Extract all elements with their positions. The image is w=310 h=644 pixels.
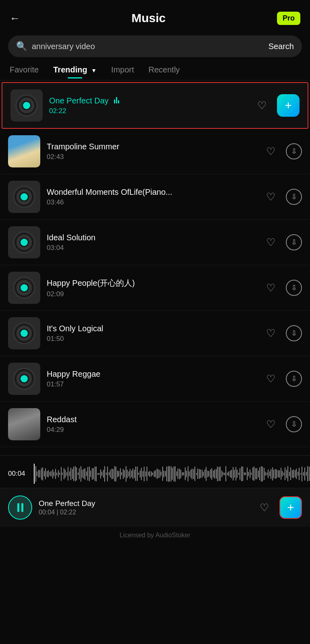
wf-bar [264, 468, 265, 480]
search-input[interactable]: anniversary video [32, 42, 269, 51]
equalizer-icon [114, 96, 119, 103]
wf-bar [162, 466, 163, 481]
track-thumbnail [8, 363, 40, 395]
waveform-container[interactable] [34, 464, 310, 484]
track-item[interactable]: Happy Reggae 01:57 ♡ ⇩ [0, 356, 310, 402]
wf-bar [245, 473, 246, 475]
wf-bar [76, 467, 77, 481]
tab-trending[interactable]: Trending ▼ [53, 65, 97, 78]
track-item[interactable]: Trampoline Summer 02:43 ♡ ⇩ [0, 129, 310, 174]
wf-bar [42, 467, 43, 481]
now-playing-favorite-button[interactable]: ♡ [255, 499, 273, 516]
track-info: Happy People(开心的人) 02:09 [47, 278, 255, 298]
waveform-cursor [34, 464, 35, 484]
download-button[interactable]: ⇩ [286, 234, 302, 250]
download-button[interactable]: ⇩ [286, 325, 302, 341]
vinyl-thumb [10, 89, 43, 122]
pro-badge[interactable]: Pro [277, 12, 300, 25]
wf-bar [202, 470, 203, 478]
tab-favorite[interactable]: Favorite [10, 65, 39, 78]
wf-bar [252, 467, 253, 480]
wf-bar [241, 466, 242, 481]
wf-bar [104, 466, 105, 482]
wf-bar [194, 466, 195, 481]
wf-bar [114, 466, 115, 481]
tab-import[interactable]: Import [111, 65, 134, 78]
wf-bar [296, 469, 297, 479]
wf-bar [148, 472, 149, 476]
wf-bar [216, 469, 217, 479]
wf-bar [290, 467, 291, 480]
wf-bar [81, 466, 81, 482]
search-button[interactable]: Search [269, 42, 294, 51]
favorite-button[interactable]: ♡ [262, 188, 279, 206]
now-playing-actions: ♡ + [255, 496, 302, 519]
wf-bar [302, 466, 302, 481]
favorite-button[interactable]: ♡ [262, 279, 279, 297]
wf-bar [58, 470, 59, 477]
track-item[interactable]: Ideal Solution 03:04 ♡ ⇩ [0, 220, 310, 265]
download-button[interactable]: ⇩ [286, 189, 302, 205]
wf-bar [89, 466, 90, 481]
timeline-section: 00:04 [0, 455, 310, 488]
wf-bar [149, 471, 150, 477]
track-item[interactable]: One Perfect Day 02:22 ♡ + [2, 82, 308, 129]
wf-bar [200, 469, 201, 478]
download-button[interactable]: ⇩ [286, 280, 302, 296]
wf-bar [306, 472, 307, 476]
wf-bar [183, 472, 184, 475]
wf-bar [221, 471, 222, 477]
wf-bar [79, 468, 80, 479]
wf-bar [240, 468, 240, 480]
wf-bar [154, 471, 155, 477]
wf-bar [234, 470, 235, 478]
favorite-button[interactable]: ♡ [262, 233, 279, 251]
wf-bar [275, 469, 276, 479]
wf-bar [258, 471, 259, 477]
download-button[interactable]: ⇩ [286, 143, 302, 159]
wf-bar [176, 471, 177, 476]
wf-bar [161, 472, 161, 476]
download-button[interactable]: ⇩ [286, 416, 302, 432]
wf-bar [93, 468, 94, 479]
timeline-row[interactable]: 00:04 [0, 464, 310, 484]
track-name: Ideal Solution [47, 233, 255, 242]
wf-bar [188, 466, 188, 481]
wf-bar [48, 470, 49, 477]
play-pause-button[interactable] [8, 495, 32, 520]
back-button[interactable]: ← [10, 12, 20, 25]
wf-bar [271, 469, 271, 479]
wf-bar [309, 466, 310, 481]
favorite-button[interactable]: ♡ [262, 142, 279, 160]
wf-bar [41, 468, 42, 480]
track-item[interactable]: Happy People(开心的人) 02:09 ♡ ⇩ [0, 265, 310, 311]
tab-recently[interactable]: Recently [149, 65, 180, 78]
wf-bar [219, 467, 219, 481]
track-item[interactable]: Reddast 04:29 ♡ ⇩ [0, 402, 310, 447]
track-item[interactable]: Wonderful Moments OfLife(Piano... 03:46 … [0, 174, 310, 220]
favorite-button[interactable]: ♡ [253, 97, 271, 114]
track-list: One Perfect Day 02:22 ♡ + Trampoline Sum… [0, 82, 310, 447]
wf-bar [38, 470, 39, 478]
wf-bar [192, 469, 192, 479]
favorite-button[interactable]: ♡ [262, 324, 279, 342]
add-track-button[interactable]: + [277, 94, 300, 117]
wf-bar [113, 469, 114, 479]
track-thumbnail [10, 89, 43, 122]
track-actions: ♡ ⇩ [262, 324, 302, 342]
wf-bar [175, 466, 176, 482]
wf-bar [137, 466, 138, 481]
download-button[interactable]: ⇩ [286, 371, 302, 387]
wf-bar [211, 468, 212, 480]
track-item[interactable]: It's Only Logical 01:50 ♡ ⇩ [0, 311, 310, 356]
wf-bar [197, 469, 198, 479]
wf-bar [52, 469, 53, 479]
wf-bar [45, 468, 46, 479]
now-playing-add-button[interactable]: + [279, 496, 302, 519]
favorite-button[interactable]: ♡ [262, 370, 279, 388]
wf-bar [287, 466, 288, 481]
wf-bar [261, 466, 262, 482]
favorite-button[interactable]: ♡ [262, 415, 279, 433]
wf-bar [138, 473, 139, 475]
tabs-divider [0, 80, 310, 80]
